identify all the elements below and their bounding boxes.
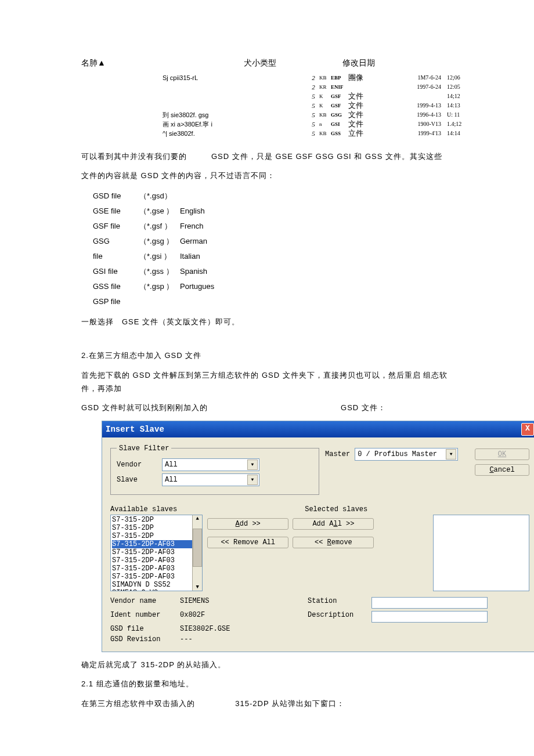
list-item[interactable]: SIMADYN D SS52	[112, 581, 201, 589]
paragraph: 首先把下载的 GSD 文件解压到第三方组态软件的 GSD 文件夹下，直接拷贝也可…	[81, 368, 459, 396]
combo-value: All	[165, 461, 178, 469]
list-item[interactable]: S7-315-2DP	[112, 516, 201, 524]
list-item[interactable]: S7-315-2DP	[112, 524, 201, 532]
list-item[interactable]: S7-315-2DP-AF03	[112, 573, 201, 581]
col-type-header: 犬小类型	[244, 58, 342, 68]
col-name-header: 名肺▲	[81, 58, 244, 68]
remove-all-button[interactable]: << Remove All	[207, 537, 288, 548]
file-row: 到 sie3802f. gsg5KBGSG文件1996-4-13U: 11	[81, 110, 522, 120]
add-button[interactable]: Add >>	[207, 518, 288, 530]
list-item[interactable]: S7-315-2DP-AF03	[112, 556, 201, 565]
ext-row: GSG（*.gsg ）German	[93, 234, 522, 249]
info-grid: Vendor name SIEMENS Station Ident number…	[110, 597, 529, 643]
list-item[interactable]: S7-315-2DP-AF03	[112, 548, 201, 556]
description-label: Description	[308, 611, 371, 623]
master-combo[interactable]: 0 / Profibus Master ▼	[355, 448, 458, 461]
text: GSD 文件时就可以找到刚刚加入的	[81, 403, 208, 412]
text: GSD 文件：	[341, 403, 386, 412]
description-input[interactable]	[371, 611, 488, 623]
scroll-up-icon[interactable]: ▲	[196, 516, 199, 522]
combo-value: All	[165, 476, 178, 484]
file-row: 5KGSF文件1999-4-1314:13	[81, 101, 522, 110]
ident-number-label: Ident number	[110, 611, 180, 623]
paragraph: 确定后就完成了 315-2DP 的从站插入。	[81, 658, 459, 671]
chevron-down-icon: ▼	[446, 449, 456, 460]
scroll-thumb[interactable]	[193, 529, 202, 567]
slave-label: Slave	[117, 476, 157, 484]
selected-slaves-list[interactable]	[433, 515, 529, 591]
vendor-label: Vendor	[117, 461, 157, 469]
text: 在第三方组态软件中双击插入的	[81, 699, 195, 708]
ext-row: GSE file（*.gse ）English	[93, 204, 522, 219]
remove-button[interactable]: << Remove	[293, 537, 374, 548]
slave-combo[interactable]: All ▼	[162, 473, 259, 486]
paragraph: 2.在第三方组态中加入 GSD 文件	[81, 349, 459, 362]
file-row: 2KRENIF1997-6-2412:05	[81, 82, 522, 92]
list-item[interactable]: S7-315-2DP-AF03	[112, 565, 201, 573]
paragraph: 文件的内容就是 GSD 文件的内容，只不过语言不同：	[81, 169, 459, 182]
ext-row: GSP file	[93, 294, 522, 309]
ext-row: GSI file（*.gss ）Spanish	[93, 264, 522, 279]
available-slaves-label: Available slaves	[110, 505, 177, 513]
extension-table: GSD file（*.gsd）GSE file（*.gse ）EnglishGS…	[93, 189, 522, 309]
slave-filter-group: Slave Filter Vendor All ▼ Slave	[110, 444, 319, 495]
cancel-button[interactable]: Cancel	[475, 464, 529, 476]
gsd-file-label: GSD file	[110, 625, 180, 633]
gsd-file-value: SIE3802F.GSE	[180, 625, 308, 633]
chevron-down-icon: ▼	[247, 475, 258, 485]
dialog-title: Insert Slave	[106, 425, 164, 434]
text: 315-2DP 从站弹出如下窗口：	[235, 699, 345, 708]
ext-row: file（*.gsi ）Italian	[93, 249, 522, 264]
titlebar: Insert Slave X	[102, 421, 534, 437]
vendor-combo[interactable]: All ▼	[162, 458, 259, 471]
file-row: 5KGSF文件14;12	[81, 92, 522, 101]
paragraph: 一般选择 GSE 文件（英文版文件）即可。	[81, 315, 459, 328]
ext-row: GSD file（*.gsd）	[93, 189, 522, 204]
vendor-name-label: Vendor name	[110, 597, 180, 609]
col-date-header: 修改日期	[342, 58, 412, 68]
insert-slave-dialog: Insert Slave X Slave Filter Vendor All ▼	[102, 421, 534, 652]
list-item[interactable]: S7-315-2DP-AF03	[112, 540, 201, 548]
paragraph: GSD 文件时就可以找到刚刚加入的 GSD 文件：	[81, 401, 459, 414]
gsd-revision-value: ---	[180, 635, 308, 643]
slave-filter-legend: Slave Filter	[117, 444, 171, 453]
chevron-down-icon: ▼	[247, 460, 258, 470]
paragraph: 2.1 组态通信的数据量和地址。	[81, 677, 459, 690]
close-button[interactable]: X	[521, 423, 534, 436]
paragraph: 可以看到其中并没有我们要的 GSD 文件，只是 GSE GSF GSG GSI …	[81, 150, 459, 163]
gsd-revision-label: GSD Revision	[110, 635, 180, 643]
file-row: Sj cpii315-rL2KBEBP團像1M7-6-2412;06	[81, 73, 522, 82]
list-item[interactable]: SIMEAS Q V2	[112, 589, 201, 591]
scroll-down-icon[interactable]: ▼	[196, 584, 199, 590]
ext-row: GSS file（*.gsp ）Portugues	[93, 279, 522, 294]
available-slaves-list[interactable]: S7-315-2DPS7-315-2DPS7-315-2DPS7-315-2DP…	[110, 515, 203, 591]
vendor-name-value: SIEMENS	[180, 597, 308, 609]
master-label: Master	[325, 450, 350, 458]
file-row: 画 xi a>380Ef.寧 i5nGSI文件1900-V131.4;12	[81, 120, 522, 129]
ext-row: GSF file（*.gsf ）French	[93, 219, 522, 234]
list-item[interactable]: S7-315-2DP	[112, 532, 201, 540]
file-row: ^| sie3802f.5KBGSS立件1999-4'1314:14	[81, 129, 522, 138]
transfer-buttons: Add >> Add All >> << Remove All << Remov…	[207, 515, 428, 591]
add-all-button[interactable]: Add All >>	[293, 518, 374, 530]
paragraph: 在第三方组态软件中双击插入的 315-2DP 从站弹出如下窗口：	[81, 697, 459, 710]
file-listing: 名肺▲ 犬小类型 修改日期 Sj cpii315-rL2KBEBP團像1M7-6…	[81, 58, 522, 138]
ok-button[interactable]: OK	[475, 448, 529, 460]
ident-number-value: 0x802F	[180, 611, 308, 623]
station-label: Station	[308, 597, 371, 609]
combo-value: 0 / Profibus Master	[358, 450, 437, 458]
selected-slaves-label: Selected slaves	[305, 505, 367, 513]
scrollbar[interactable]: ▲ ▼	[192, 515, 202, 591]
station-input[interactable]	[371, 597, 488, 609]
